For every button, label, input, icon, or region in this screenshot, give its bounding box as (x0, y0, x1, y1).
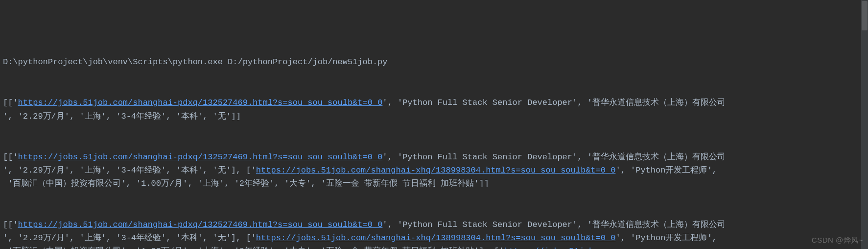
job-fields-cont: ', '2.29万/月', '上海', '3-4年经验', '本科', '无']… (3, 233, 256, 243)
job-fields: ', 'Python Full Stack Senior Developer',… (382, 152, 725, 162)
bracket-open: [[' (3, 98, 18, 107)
bracket-open: [[' (3, 152, 18, 162)
job-url: https://jobs.51job.com/shanghai-pdxq/132… (18, 98, 383, 107)
watermark: CSDN @烨风~ (812, 234, 863, 246)
bracket-open: [[' (3, 220, 18, 229)
job-url: https://jobs.51job.com/shanghai-xhq/1389… (256, 233, 616, 243)
output-block-3: [['https://jobs.51job.com/shanghai-pdxq/… (3, 218, 865, 249)
job-fields-cont: ', '2.29万/月', '上海', '3-4年经验', '本科', '无']… (3, 112, 241, 121)
job-url: https://jobs.51job (504, 247, 594, 249)
job-fields: ', 'Python Full Stack Senior Developer',… (382, 98, 725, 107)
scrollbar-thumb[interactable] (862, 1, 868, 30)
job-fields: ', 'Python开发工程师', (615, 233, 717, 243)
command-line: D:\pythonProject\job\venv\Scripts\python… (3, 55, 865, 69)
job-fields: ', 'Python开发工程师', (615, 166, 717, 175)
job-fields-cont: ', '2.29万/月', '上海', '3-4年经验', '本科', '无']… (3, 166, 256, 175)
job-fields: ', 'Python Full Stack Senior Developer',… (382, 220, 725, 229)
job-fields-cont: '百脑汇（中国）投资有限公司', '1.00万/月', '上海', '2年经验'… (3, 247, 504, 249)
job-fields-cont: '百脑汇（中国）投资有限公司', '1.00万/月', '上海', '2年经验'… (3, 179, 489, 188)
vertical-scrollbar[interactable] (861, 0, 868, 249)
job-url: https://jobs.51job.com/shanghai-pdxq/132… (18, 152, 383, 162)
job-url: https://jobs.51job.com/shanghai-pdxq/132… (18, 220, 383, 229)
output-block-2: [['https://jobs.51job.com/shanghai-pdxq/… (3, 150, 865, 191)
job-url: https://jobs.51job.com/shanghai-xhq/1389… (256, 166, 616, 175)
output-block-1: [['https://jobs.51job.com/shanghai-pdxq/… (3, 96, 865, 123)
